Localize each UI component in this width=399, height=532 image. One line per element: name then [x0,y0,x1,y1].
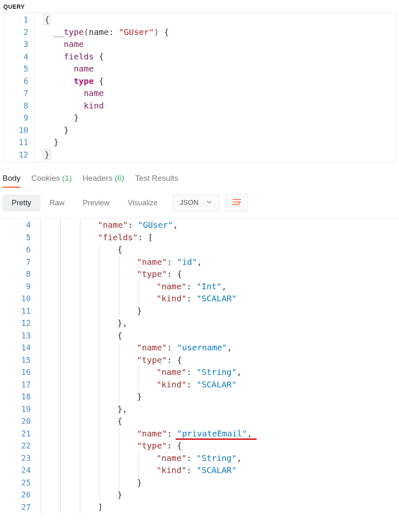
code-line[interactable]: "name": "privateEmail", [39,428,252,440]
code-line[interactable]: "type": { [39,354,252,367]
line-number: 9 [3,112,34,124]
line-number: 11 [3,136,34,149]
line-number: 15 [0,354,37,367]
line-number: 17 [0,379,37,391]
wrap-lines-button[interactable] [226,194,248,212]
code-line[interactable]: __type(name: "GUser") { [44,26,169,39]
response-code[interactable]: "name": "GUser","fields": [{"name": "id"… [37,218,252,514]
tab-test-results[interactable]: Test Results [135,170,178,187]
format-dropdown-label: JSON [180,199,198,207]
line-number: 22 [0,440,37,452]
format-dropdown[interactable]: JSON [173,194,220,212]
line-number: 1 [3,14,34,26]
code-line[interactable]: } [39,305,252,318]
line-number: 19 [0,403,37,416]
code-line[interactable]: "kind": "SCALAR" [39,464,252,477]
code-line[interactable]: kind [44,100,169,112]
code-line[interactable]: { [39,330,252,342]
tab-headers-label: Headers [82,174,112,182]
line-number: 25 [0,477,37,489]
code-line[interactable]: } [44,149,169,161]
code-line[interactable]: "name": "Int", [39,281,252,293]
wrap-lines-icon [232,198,242,208]
code-line[interactable]: "fields": [ [39,232,252,244]
view-preview-button[interactable]: Preview [74,195,119,212]
code-line[interactable]: } [44,112,169,124]
line-number: 5 [0,232,37,244]
line-number: 14 [0,342,37,354]
code-line[interactable]: { [39,244,252,256]
line-number: 16 [0,366,37,379]
line-number: 5 [3,63,34,75]
code-line[interactable]: } [39,477,252,489]
query-section: QUERY 123456789101112 { __type(name: "GU… [0,0,399,162]
code-line[interactable]: "name": "id", [39,256,252,268]
tab-headers[interactable]: Headers (6) [82,170,124,187]
code-line[interactable]: } [44,124,169,137]
query-label: QUERY [0,0,399,12]
code-line[interactable]: "name": "GUser", [39,219,252,232]
code-line[interactable]: "name": "username", [39,342,252,354]
code-line[interactable]: "kind": "SCALAR" [39,293,252,305]
line-number: 27 [0,501,37,514]
code-line[interactable]: "type": { [39,268,252,281]
code-line[interactable]: }, [39,403,252,416]
line-number: 18 [0,391,37,403]
code-line[interactable]: "name": "String", [39,366,252,379]
code-line[interactable]: type { [44,75,169,88]
response-tabs: Body Cookies (1) Headers (6) Test Result… [0,169,399,187]
response-gutter: 4567891011121314151617181920212223242526… [0,218,37,514]
view-pretty-button[interactable]: Pretty [2,195,40,212]
line-number: 10 [3,124,34,137]
view-visualize-button[interactable]: Visualize [119,195,167,212]
line-number: 8 [3,100,34,112]
code-line[interactable]: { [44,14,169,26]
query-code[interactable]: { __type(name: "GUser") { name fields { … [35,13,169,162]
code-line[interactable]: } [39,489,252,501]
line-number: 11 [0,305,37,318]
query-gutter: 123456789101112 [3,13,35,162]
tab-cookies-label: Cookies [31,174,60,182]
line-number: 26 [0,489,37,501]
code-line[interactable]: "type": { [39,440,252,452]
line-number: 4 [3,51,34,63]
query-editor[interactable]: 123456789101112 { __type(name: "GUser") … [2,12,397,162]
tab-cookies[interactable]: Cookies (1) [31,170,72,187]
code-line[interactable]: "kind": "SCALAR" [39,379,252,391]
line-number: 21 [0,428,37,440]
view-mode-segmented: Pretty Raw Preview Visualize [2,195,167,212]
line-number: 12 [3,149,34,161]
line-number: 9 [0,281,37,293]
line-number: 20 [0,415,37,428]
line-number: 6 [0,244,37,256]
code-line[interactable]: } [44,136,169,149]
line-number: 7 [3,87,34,100]
code-line[interactable]: name [44,63,169,75]
code-line[interactable]: fields { [44,51,169,63]
response-editor[interactable]: 4567891011121314151617181920212223242526… [0,218,399,514]
code-line[interactable]: }, [39,317,252,330]
line-number: 24 [0,464,37,477]
tab-body[interactable]: Body [2,170,20,187]
chevron-down-icon [206,199,213,207]
tab-cookies-count: (1) [62,174,72,182]
line-number: 12 [0,317,37,330]
code-line[interactable]: name [44,38,169,51]
tab-headers-count: (6) [115,174,124,182]
line-number: 8 [0,268,37,281]
code-line[interactable]: "name": "String", [39,452,252,465]
line-number: 7 [0,256,37,268]
line-number: 2 [3,26,34,39]
line-number: 23 [0,452,37,465]
line-number: 10 [0,293,37,305]
code-line[interactable]: { [39,415,252,428]
line-number: 13 [0,330,37,342]
line-number: 3 [3,38,34,51]
code-line[interactable]: } [39,391,252,403]
code-line[interactable]: name [44,87,169,100]
view-controls: Pretty Raw Preview Visualize JSON [0,187,399,218]
line-number: 6 [3,75,34,88]
code-line[interactable]: ] [39,501,252,514]
line-number: 4 [0,219,37,232]
view-raw-button[interactable]: Raw [40,195,74,212]
